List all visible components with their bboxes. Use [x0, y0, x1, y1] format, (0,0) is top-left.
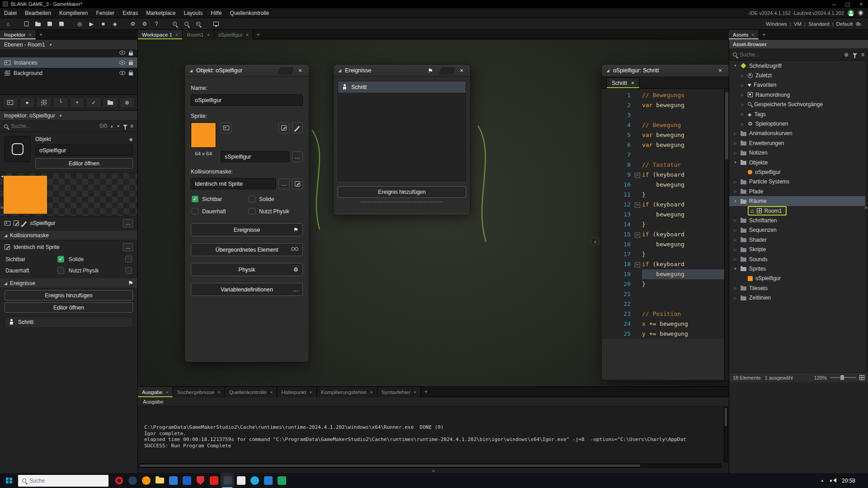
layout-windows-button[interactable]: [211, 19, 222, 28]
fold-icon[interactable]: [634, 170, 641, 180]
new-tab-button[interactable]: +: [759, 30, 769, 39]
taskbar-app-pdf-reader[interactable]: [207, 473, 221, 488]
window-titlebar[interactable]: BLANK GAME_3 - GameMaker* – ▢ ×: [0, 0, 868, 8]
new-tab-button[interactable]: +: [421, 387, 431, 396]
asset-tree-scrollbar[interactable]: [865, 61, 868, 371]
chevron-right-icon[interactable]: ▷: [740, 112, 745, 116]
menu-icon[interactable]: ≡: [130, 123, 133, 129]
tree-item-room1[interactable]: Room1: [729, 206, 865, 216]
taskbar-app-opera[interactable]: [112, 473, 126, 488]
tree-item-animationskurven[interactable]: ▷Animationskurven: [729, 129, 865, 138]
delete-layer-button[interactable]: ⊗: [119, 97, 135, 108]
new-tab-button[interactable]: +: [253, 30, 263, 39]
taskbar-app-mail[interactable]: [261, 473, 275, 488]
workspace-tab-workspace-1[interactable]: Workspace 1×: [138, 30, 183, 39]
chevron-right-icon[interactable]: ▷: [740, 83, 745, 87]
taskbar-app-spreadsheet[interactable]: [275, 473, 288, 488]
edit-sprite-button[interactable]: [278, 122, 289, 133]
output-vscrollbar[interactable]: [724, 407, 728, 462]
menu-kompilieren[interactable]: Kompilieren: [55, 8, 92, 18]
target-vm[interactable]: VM: [794, 21, 802, 27]
taskbar-app-steam[interactable]: [126, 473, 139, 488]
events-window-titlebar[interactable]: ◢ Ereignisse ⚑ ×: [334, 65, 470, 77]
object-window-titlebar[interactable]: ◢ Objekt: oSpielfigur ×: [185, 65, 309, 77]
chevron-right-icon[interactable]: ▷: [733, 218, 738, 222]
lock-icon[interactable]: [129, 72, 133, 75]
output-tab-quellenkontrolle[interactable]: Quellenkontrolle×: [225, 387, 278, 397]
code-window-titlebar[interactable]: ◢ oSpielfigur: Schritt ×: [602, 65, 729, 77]
new-project-button[interactable]: [21, 19, 32, 28]
open-editor-button-2[interactable]: Editor öffnen: [5, 302, 133, 313]
edit-mask-icon[interactable]: [5, 244, 10, 250]
add-event-button[interactable]: Ereignis hinzufügen: [338, 186, 466, 198]
close-icon[interactable]: ×: [28, 32, 31, 38]
tree-item-gespeicherte-suchvorgaenge[interactable]: ▷Gespeicherte Suchvorgänge: [729, 100, 865, 109]
speaker-icon[interactable]: [830, 478, 836, 483]
event-item-schritt[interactable]: Schritt: [5, 316, 133, 328]
add-instance-layer-button[interactable]: +: [70, 97, 85, 108]
object-name-field[interactable]: oSpielfigur: [35, 145, 133, 156]
home-button[interactable]: ⌂: [3, 19, 14, 28]
tree-item-tags[interactable]: ▷Tags: [729, 109, 865, 119]
chevron-down-icon[interactable]: ▼: [733, 199, 738, 203]
inspector-search-input[interactable]: [11, 123, 97, 129]
tree-item-objekte[interactable]: ▼Objekte: [729, 158, 865, 167]
game-options-button[interactable]: ⚙: [127, 19, 138, 28]
chevron-right-icon[interactable]: ▷: [733, 248, 738, 252]
resize-grip[interactable]: [361, 198, 443, 202]
menu-hilfe[interactable]: Hilfe: [207, 8, 226, 18]
asset-search-input[interactable]: [740, 52, 841, 58]
add-layer-folder-button[interactable]: [103, 97, 118, 108]
add-effect-layer-button[interactable]: ✓: [86, 97, 101, 108]
user-account-icon[interactable]: [848, 10, 854, 16]
zoom-slider[interactable]: [830, 377, 856, 378]
physics-checkbox[interactable]: [125, 267, 132, 274]
search-next-button[interactable]: ▾: [116, 124, 120, 128]
start-button[interactable]: [0, 473, 18, 488]
build-settings-button[interactable]: ⚙: [139, 19, 150, 28]
maximize-button[interactable]: ▢: [841, 0, 854, 8]
target-settings-icon[interactable]: ⚙↻: [855, 21, 862, 27]
grid-view-icon[interactable]: [859, 375, 864, 380]
chevron-right-icon[interactable]: ▷: [740, 93, 745, 97]
tray-expand-icon[interactable]: ▲: [821, 479, 824, 483]
tree-item-particle-systems[interactable]: ▷Particle Systems: [729, 177, 865, 187]
close-icon[interactable]: ×: [458, 67, 466, 74]
panel-tab-inspektor[interactable]: Inspektor×: [0, 30, 36, 39]
events-section-header[interactable]: ◢ Ereignisse ⚑: [0, 278, 137, 288]
new-sprite-button[interactable]: [221, 122, 231, 133]
tree-item-raumordnung[interactable]: ▷Raumordnung: [729, 90, 865, 99]
add-event-button[interactable]: Ereignis hinzufügen: [5, 290, 133, 300]
physics-checkbox[interactable]: [249, 208, 255, 215]
tree-item-notizen[interactable]: ▷Notizen: [729, 148, 865, 158]
tree-item-schriftarten[interactable]: ▷Schriftarten: [729, 216, 865, 225]
object-button-ereignisse[interactable]: Ereignisse⚑: [191, 223, 303, 236]
visible-checkbox[interactable]: [57, 256, 64, 263]
code-scrollbar[interactable]: [724, 89, 729, 380]
close-icon[interactable]: ×: [370, 389, 373, 395]
add-path-layer-button[interactable]: ╰: [53, 97, 68, 108]
tree-item-sspielfigur[interactable]: sSpielfigur: [729, 274, 865, 283]
code-tab-schritt[interactable]: Schritt ×: [606, 77, 640, 88]
target-windows[interactable]: Windows: [766, 21, 787, 27]
close-icon[interactable]: ×: [165, 389, 168, 395]
chevron-right-icon[interactable]: ▷: [740, 103, 745, 107]
close-icon[interactable]: ×: [752, 32, 755, 38]
fold-icon[interactable]: [634, 230, 641, 239]
chevron-right-icon[interactable]: ▷: [733, 286, 738, 290]
tree-item-shader[interactable]: ▷Shader: [729, 235, 865, 244]
object-button-variablendefinitionen[interactable]: Variablendefinitionen…: [191, 283, 303, 296]
close-icon[interactable]: ×: [631, 80, 634, 86]
notifications-icon[interactable]: [858, 10, 863, 16]
menu-quellenkontrolle[interactable]: Quellenkontrolle: [226, 8, 274, 18]
menu-icon[interactable]: ≡: [861, 52, 864, 58]
fold-icon[interactable]: [634, 200, 641, 210]
inspector-section-header[interactable]: Inspektor: oSpielfigur ▾: [0, 111, 137, 121]
event-row-schritt[interactable]: Schritt: [338, 81, 466, 93]
sprite-icon[interactable]: [5, 221, 10, 225]
close-button[interactable]: ×: [854, 0, 868, 8]
chevron-down-icon[interactable]: ▼: [733, 64, 738, 68]
clean-button[interactable]: ◈: [109, 19, 120, 28]
collision-edit-button[interactable]: [292, 178, 303, 189]
solid-checkbox[interactable]: [125, 256, 132, 263]
